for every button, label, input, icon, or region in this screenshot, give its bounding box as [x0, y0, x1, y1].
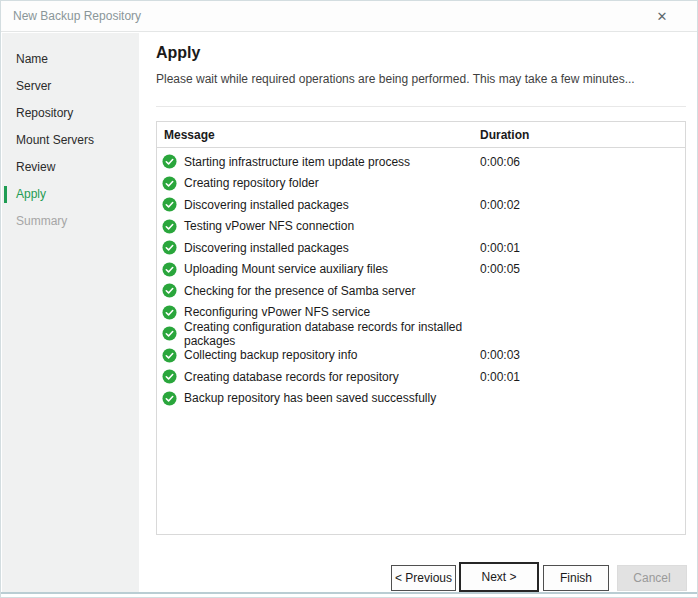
- table-row[interactable]: Discovering installed packages0:00:02: [157, 194, 685, 216]
- check-circle-icon: [162, 283, 177, 298]
- message-text: Discovering installed packages: [184, 198, 349, 212]
- message-text: Backup repository has been saved success…: [184, 391, 436, 405]
- task-table-body: Starting infrastructure item update proc…: [157, 148, 685, 409]
- table-row[interactable]: Discovering installed packages0:00:01: [157, 237, 685, 259]
- message-cell: Starting infrastructure item update proc…: [157, 154, 480, 169]
- table-row[interactable]: Testing vPower NFS connection: [157, 216, 685, 238]
- message-cell: Backup repository has been saved success…: [157, 391, 480, 406]
- page-subtitle: Please wait while required operations ar…: [156, 72, 635, 86]
- task-table: Message Duration Starting infrastructure…: [156, 121, 686, 535]
- check-circle-icon: [162, 240, 177, 255]
- check-circle-icon: [162, 262, 177, 277]
- check-circle-icon: [162, 305, 177, 320]
- duration-cell: 0:00:05: [480, 262, 685, 276]
- message-cell: Discovering installed packages: [157, 240, 480, 255]
- finish-button[interactable]: Finish: [543, 565, 609, 591]
- duration-cell: 0:00:01: [480, 241, 685, 255]
- check-circle-icon: [162, 369, 177, 384]
- message-text: Discovering installed packages: [184, 241, 349, 255]
- table-row[interactable]: Uploading Mount service auxiliary files0…: [157, 259, 685, 281]
- message-cell: Uploading Mount service auxiliary files: [157, 262, 480, 277]
- message-cell: Creating configuration database records …: [157, 320, 480, 348]
- message-text: Checking for the presence of Samba serve…: [184, 284, 415, 298]
- message-cell: Creating repository folder: [157, 176, 480, 191]
- window-bottom-accent: [1, 592, 697, 594]
- check-circle-icon: [162, 219, 177, 234]
- column-header-duration[interactable]: Duration: [480, 128, 685, 142]
- table-row[interactable]: Creating configuration database records …: [157, 323, 685, 345]
- sidebar-item-mount-servers[interactable]: Mount Servers: [2, 127, 139, 154]
- check-circle-icon: [162, 326, 177, 341]
- previous-button[interactable]: < Previous: [391, 565, 456, 591]
- new-backup-repository-dialog: New Backup Repository ✕ NameServerReposi…: [0, 0, 698, 598]
- message-text: Collecting backup repository info: [184, 348, 357, 362]
- sidebar-item-repository[interactable]: Repository: [2, 100, 139, 127]
- message-text: Creating configuration database records …: [184, 320, 480, 348]
- duration-cell: 0:00:06: [480, 155, 685, 169]
- divider: [156, 106, 686, 107]
- window-title: New Backup Repository: [13, 9, 141, 23]
- sidebar: NameServerRepositoryMount ServersReviewA…: [2, 33, 139, 592]
- page-title: Apply: [156, 44, 200, 62]
- table-row[interactable]: Backup repository has been saved success…: [157, 388, 685, 410]
- message-cell: Collecting backup repository info: [157, 348, 480, 363]
- check-circle-icon: [162, 197, 177, 212]
- wizard-content: Apply Please wait while required operati…: [140, 33, 696, 592]
- check-circle-icon: [162, 348, 177, 363]
- sidebar-item-name[interactable]: Name: [2, 46, 139, 73]
- message-text: Creating database records for repository: [184, 370, 399, 384]
- close-icon[interactable]: ✕: [651, 6, 673, 28]
- duration-cell: 0:00:01: [480, 370, 685, 384]
- table-row[interactable]: Starting infrastructure item update proc…: [157, 151, 685, 173]
- sidebar-item-server[interactable]: Server: [2, 73, 139, 100]
- message-cell: Discovering installed packages: [157, 197, 480, 212]
- message-text: Creating repository folder: [184, 176, 319, 190]
- title-bar[interactable]: New Backup Repository ✕: [1, 1, 697, 32]
- cancel-button: Cancel: [617, 565, 687, 591]
- check-circle-icon: [162, 391, 177, 406]
- sidebar-item-review[interactable]: Review: [2, 154, 139, 181]
- sidebar-item-apply[interactable]: Apply: [2, 181, 139, 208]
- message-text: Testing vPower NFS connection: [184, 219, 354, 233]
- table-row[interactable]: Creating database records for repository…: [157, 366, 685, 388]
- table-header: Message Duration: [157, 122, 685, 148]
- next-button[interactable]: Next >: [459, 562, 539, 592]
- message-cell: Testing vPower NFS connection: [157, 219, 480, 234]
- message-text: Reconfiguring vPower NFS service: [184, 305, 370, 319]
- table-row[interactable]: Checking for the presence of Samba serve…: [157, 280, 685, 302]
- message-cell: Reconfiguring vPower NFS service: [157, 305, 480, 320]
- message-cell: Creating database records for repository: [157, 369, 480, 384]
- check-circle-icon: [162, 176, 177, 191]
- message-cell: Checking for the presence of Samba serve…: [157, 283, 480, 298]
- table-row[interactable]: Creating repository folder: [157, 173, 685, 195]
- duration-cell: 0:00:03: [480, 348, 685, 362]
- table-row[interactable]: Collecting backup repository info0:00:03: [157, 345, 685, 367]
- column-header-message[interactable]: Message: [157, 128, 480, 142]
- duration-cell: 0:00:02: [480, 198, 685, 212]
- message-text: Starting infrastructure item update proc…: [184, 155, 410, 169]
- sidebar-item-summary: Summary: [2, 208, 139, 235]
- message-text: Uploading Mount service auxiliary files: [184, 262, 388, 276]
- check-circle-icon: [162, 154, 177, 169]
